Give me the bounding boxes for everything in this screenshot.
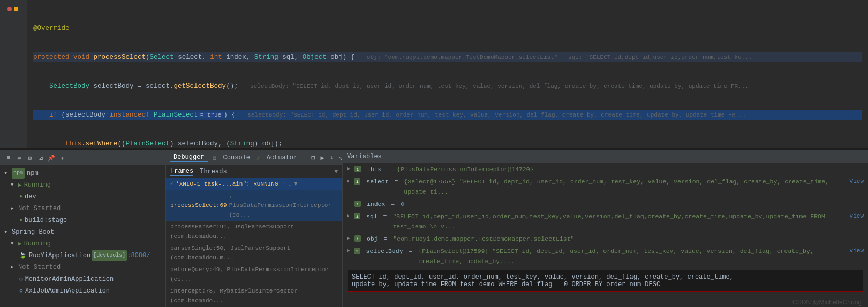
tree-item-label: Spring Boot <box>12 227 54 237</box>
gear-icon: ⚙ <box>19 274 23 285</box>
expand-icon: ▼ <box>4 227 11 237</box>
frame-item[interactable]: processParser:91, JsqlParserSupport (com… <box>166 221 342 242</box>
tree-item-running[interactable]: ▼ ▶ Running <box>0 179 165 191</box>
frame-item[interactable]: intercept:78, MybatisPlusInterceptor (co… <box>166 285 342 306</box>
frame-name: parserSingle:50, JsqlParserSupport (com.… <box>170 243 338 263</box>
tab-actuator[interactable]: Actuator <box>263 154 301 162</box>
var-value: {PlusDataPermissionInterceptor@14720} <box>397 164 533 174</box>
frame-name: intercept:78, MybatisPlusInterceptor (co… <box>170 286 338 305</box>
expand-icon: ▼ <box>4 168 11 179</box>
devtools-badge: [devtools] <box>92 250 127 261</box>
filter-icon[interactable]: ▼ <box>334 168 338 175</box>
app-name: MonitorAdminApplication <box>25 274 114 285</box>
tree-item-spring-not-started[interactable]: ▶ Not Started <box>0 262 165 273</box>
tree-item-ruoyi-app[interactable]: 🍃 RuoYiApplication [devtools] :8080/ <box>0 250 165 262</box>
run-icon: ▶ <box>18 180 22 190</box>
step-over-icon[interactable]: ↓ <box>329 154 335 162</box>
actuator-icon: ⚡ <box>256 155 260 162</box>
npm-badge: npm <box>12 168 25 179</box>
watermark: CSDN @MichelleChung <box>792 298 862 306</box>
variables-panel: Variables ▶ i this = {PlusDataPermission… <box>343 150 868 307</box>
expand-icon: ▶ <box>11 203 17 214</box>
var-key: this <box>363 164 382 174</box>
expand-icon: ▶ <box>347 164 352 174</box>
align-left-icon[interactable]: ≡ <box>4 154 13 162</box>
frame-item[interactable]: parserSingle:50, JsqlParserSupport (com.… <box>166 242 342 264</box>
view-link[interactable]: View <box>850 176 864 187</box>
filter-frames-icon[interactable]: ▼ <box>294 179 298 189</box>
leaf-icon: ● <box>19 191 22 202</box>
tab-debugger[interactable]: Debugger <box>170 154 208 162</box>
frame-class: , PlusDataPermissionInterceptor (co... <box>229 191 338 220</box>
tree-item-spring-running[interactable]: ▼ ▶ Running <box>0 238 165 250</box>
tree-item-dev[interactable]: ● dev <box>0 191 165 203</box>
expand-icon: ▶ <box>347 211 352 221</box>
variables-list: ▶ i this = {PlusDataPermissionIntercepto… <box>343 163 868 296</box>
pin-icon[interactable]: 📌 <box>47 154 56 162</box>
filter-icon[interactable]: ⊿ <box>36 154 45 162</box>
var-eq: = <box>380 211 391 221</box>
frame-name: processSelect:69 <box>170 201 227 210</box>
tree-item-not-started[interactable]: ▶ Not Started <box>0 203 165 214</box>
debugger-toolbar: Debugger 🖥 Console ⚡ Actuator ⊟ ▶ ↓ ↘ ↗ … <box>166 150 342 165</box>
var-item-obj[interactable]: ▶ i obj = "com.ruoyi.demo.mapper.TestDem… <box>343 233 868 245</box>
restore-layout-icon[interactable]: ⊟ <box>310 154 316 162</box>
grid-icon[interactable]: ⊞ <box>26 154 34 162</box>
tree-item-build-stage[interactable]: ● build:stage <box>0 214 165 226</box>
run-icon: ▶ <box>18 239 22 249</box>
tree-item-npm[interactable]: ▼ npm npm <box>0 167 165 179</box>
var-value: 0 <box>401 199 404 209</box>
var-key: select <box>363 176 388 187</box>
code-line: SelectBody selectBody = select.getSelect… <box>33 81 862 91</box>
code-line-highlight: if (selectBody instanceof PlainSelect= t… <box>33 110 862 120</box>
port-link[interactable]: :8080/ <box>127 250 150 261</box>
frame-item[interactable]: ✓ *XNIO-1 task-...ain": RUNNING ↑ ↓ ▼ <box>166 178 342 190</box>
expand-icon: ▼ <box>11 239 17 249</box>
var-item-index[interactable]: i index = 0 <box>343 198 868 210</box>
code-line: protected void processSelect(Select sele… <box>33 52 862 62</box>
frames-threads-bar: Frames Threads ▼ <box>166 165 342 178</box>
var-eq: = <box>391 176 402 187</box>
frame-item-active[interactable]: processSelect:69 , PlusDataPermissionInt… <box>166 190 342 221</box>
expand-icon: ▶ <box>347 246 352 256</box>
up-icon[interactable]: ↑ <box>282 179 286 189</box>
var-value: "com.ruoyi.demo.mapper.TestDemoMapper.se… <box>393 234 574 244</box>
align-right-icon[interactable]: ⇌ <box>15 154 24 162</box>
resume-icon[interactable]: ▶ <box>320 154 326 162</box>
gear-icon: ⚙ <box>19 286 23 296</box>
app-name: XxlJobAdminApplication <box>25 286 110 296</box>
var-eq: = <box>387 199 398 209</box>
frame-name: processParser:91, JsqlParserSupport (com… <box>170 222 338 241</box>
var-item-select[interactable]: ▶ i select = {Select@17558} "SELECT id, … <box>343 175 868 198</box>
frames-list: ✓ *XNIO-1 task-...ain": RUNNING ↑ ↓ ▼ pr… <box>166 178 342 307</box>
console-icon: 🖥 <box>211 155 217 162</box>
tree-item-spring-boot[interactable]: ▼ Spring Boot <box>0 226 165 238</box>
frame-item[interactable]: beforeQuery:49, PlusDataPermissionInterc… <box>166 264 342 285</box>
var-type-icon: i <box>354 213 360 219</box>
var-item-sql[interactable]: ▶ i sql = "SELECT id,dept_id,user_id,ord… <box>343 210 868 233</box>
frame-name: *XNIO-1 task-...ain": RUNNING <box>176 179 278 189</box>
expand-icon: ▼ <box>11 180 17 190</box>
tree-item-monitor-app[interactable]: ⚙ MonitorAdminApplication <box>0 273 165 285</box>
sql-result-box: SELECT id, dept_id, user_id, order_num, … <box>347 270 864 292</box>
spring-icon: 🍃 <box>19 250 27 261</box>
checkmark-icon: ✓ <box>170 179 173 189</box>
tab-threads[interactable]: Threads <box>200 168 227 175</box>
not-started-label: Not Started <box>18 203 61 214</box>
down-icon[interactable]: ↓ <box>288 179 292 189</box>
run-sidebar: ≡ ⇌ ⊞ ⊿ 📌 ＋ ▼ npm npm ▼ ▶ Running ● dev <box>0 150 166 307</box>
plus-icon[interactable]: ＋ <box>58 154 66 162</box>
var-type-icon: i <box>354 248 360 254</box>
var-item-select-body[interactable]: ▶ i selectBody = {PlainSelect@17599} "SE… <box>343 245 868 267</box>
frame-name: beforeQuery:49, PlusDataPermissionInterc… <box>170 265 338 284</box>
tree-item-xxl-app[interactable]: ⚙ XxlJobAdminApplication <box>0 285 165 297</box>
tab-frames[interactable]: Frames <box>170 167 193 176</box>
var-type-icon: i <box>354 178 360 185</box>
line-gutter: ◆ ◆ ◆ <box>0 0 27 150</box>
var-type-icon: i <box>354 166 361 172</box>
variables-title: Variables <box>347 153 382 160</box>
view-link[interactable]: View <box>850 246 864 256</box>
view-link[interactable]: View <box>850 211 864 221</box>
var-item-this[interactable]: ▶ i this = {PlusDataPermissionIntercepto… <box>343 163 868 175</box>
tab-console[interactable]: Console <box>220 154 253 162</box>
